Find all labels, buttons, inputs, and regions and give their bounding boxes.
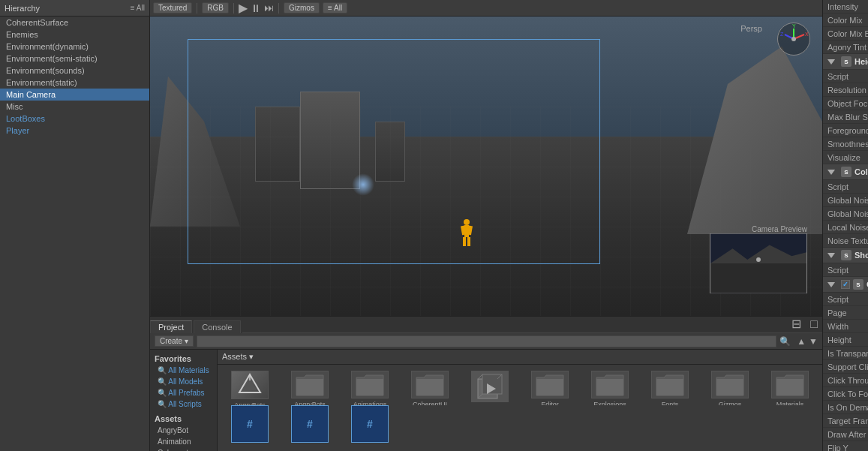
hierarchy-item-enemies[interactable]: Enemies (0, 29, 149, 41)
cui-clicktofocus-row: Click To Focus (823, 387, 868, 401)
sidebar-all-models[interactable]: 🔍 All Models (150, 376, 217, 387)
asset-cube-texture[interactable]: cube-textu... (464, 371, 516, 399)
asset-materials[interactable]: Materials (764, 371, 816, 399)
tab-project[interactable]: Project (150, 320, 192, 333)
inspector-row-agony-tint: Agony Tint 0 (823, 41, 868, 54)
cui-istransparent-row: Is Transparent (823, 347, 868, 360)
sidebar-coherent[interactable]: Coherent (150, 447, 217, 451)
project-sidebar: Favorites 🔍 All Materials 🔍 All Models 🔍… (150, 350, 218, 451)
sidebar-all-materials[interactable]: 🔍 All Materials (150, 365, 217, 376)
search-input[interactable] (197, 335, 776, 347)
asset-angrybots-logo[interactable]: AngryBots (224, 371, 276, 399)
colormix-label: Color Mix (827, 16, 868, 25)
asset-cs-1[interactable]: # (224, 405, 276, 445)
up-icon[interactable]: ▲ (797, 336, 806, 347)
search-icon-prefabs: 🔍 (158, 389, 167, 397)
hierarchy-item-env-dynamic[interactable]: Environment(dynamic) (0, 41, 149, 53)
cui-script-row: Script CoherentUIView (823, 293, 868, 306)
hierarchy-item-lootboxes[interactable]: LootBoxes (0, 113, 149, 125)
hierarchy-item-maincamera[interactable]: Main Camera (0, 89, 149, 101)
textured-button[interactable]: Textured (153, 2, 192, 14)
hierarchy-dropdown[interactable]: ≡ All (131, 4, 145, 12)
folder-icon-gizmos (711, 371, 749, 398)
scene-background: X Y Z Persp Camera Preview (150, 17, 822, 316)
pause-icon[interactable]: ⏸ (251, 2, 261, 14)
sidebar-all-prefabs[interactable]: 🔍 All Prefabs (150, 387, 217, 398)
cui-height-row: Height 720 (823, 333, 868, 347)
cui-height-label: Height (827, 335, 868, 344)
inspector-row-intensity: Intensity 0.5 (823, 0, 868, 14)
asset-coherentui[interactable]: CoherentUI (404, 371, 456, 399)
asset-explosions[interactable]: Explosions (584, 371, 636, 399)
svg-text:X: X (805, 32, 809, 37)
hdof-objectfocus-row: Object Focus 🎯 Player (Transform) (823, 97, 868, 110)
asset-cs-3[interactable]: # (344, 405, 396, 445)
hdof-smoothness-row: Smoothness 3.25 (823, 137, 868, 151)
cui-clicktofocus-label: Click To Focus (827, 389, 868, 398)
hierarchy-item-misc[interactable]: Misc (0, 101, 149, 113)
cui-supportclick-row: Support Click Through (823, 360, 868, 374)
step-icon[interactable]: ⏭ (264, 2, 274, 14)
bottom-area: Project Console ⊟ □ Create ▾ 🔍 ▲ ▼ (150, 316, 822, 451)
inspector-row-colormix-blend: Color Mix Blend -0.4 (823, 27, 868, 41)
section-coherentuiview[interactable]: S Coherent UIView (Script) (823, 277, 868, 293)
viewport-3d[interactable]: X Y Z Persp Camera Preview (150, 17, 822, 316)
coherent-enable-checkbox[interactable] (841, 280, 850, 289)
gizmos-button[interactable]: Gizmos (284, 2, 320, 14)
cube-texture-icon (471, 371, 509, 402)
svg-text:Y: Y (792, 24, 796, 29)
cn-globaldark-row: Global Noise Amount On Da 0.01091343 (823, 207, 868, 221)
asset-angrybots-folder[interactable]: AngryBots (284, 371, 336, 399)
tab-console[interactable]: Console (194, 320, 240, 333)
cn-noisetex-label: Noise Texture (827, 236, 868, 245)
rgb-button[interactable]: RGB (202, 2, 229, 14)
hdof-maxblur-row: Max Blur Spread 1.75 (823, 110, 868, 124)
minimize-icon[interactable]: ⊟ (787, 317, 806, 333)
svg-rect-6 (467, 237, 470, 246)
all-button[interactable]: ≡ All (323, 2, 347, 14)
svg-point-10 (791, 37, 796, 41)
unity-logo-icon (231, 371, 269, 399)
play-icon[interactable]: ▶ (239, 1, 248, 15)
sidebar-animation[interactable]: Animation (150, 436, 217, 447)
colorednoise-fold-arrow (827, 170, 835, 175)
folder-icon-editor (531, 371, 569, 398)
cui-page-label: Page (827, 308, 868, 317)
inspector-panel: Intensity 0.5 Color Mix Color Mix Blend … (822, 0, 868, 451)
section-hdof[interactable]: S Height Depth Of Field (Script) (823, 54, 868, 70)
asset-gizmos[interactable]: Gizmos (704, 371, 756, 399)
maximize-icon[interactable]: □ (806, 317, 822, 333)
hdof-fgblur-row: Foreground Blur Extrude 1.25 (823, 124, 868, 137)
down-icon[interactable]: ▼ (809, 336, 818, 347)
asset-animations[interactable]: Animations (344, 371, 396, 399)
search-icon[interactable]: 🔍 (779, 336, 791, 347)
hdof-fgblur-label: Foreground Blur Extrude (827, 126, 868, 135)
cs-script-icon-1: # (231, 405, 269, 443)
section-colorednoise[interactable]: S Colored Noise (Script) (823, 164, 868, 180)
folder-icon-angrybots (291, 371, 329, 398)
create-button[interactable]: Create ▾ (155, 335, 194, 347)
coherent-fold-arrow (827, 282, 835, 287)
cui-drawafter-row: Draw After Post Effects (823, 428, 868, 441)
section-showfps[interactable]: S Show Fps (Script) (823, 248, 868, 263)
cn-globalamt-label: Global Noise Amount (827, 196, 868, 205)
hierarchy-item-coherentsurface[interactable]: CoherentSurface (0, 17, 149, 29)
asset-cs-2[interactable]: # (284, 405, 336, 445)
hierarchy-item-env-sounds[interactable]: Environment(sounds) (0, 65, 149, 77)
hierarchy-item-env-semistatic[interactable]: Environment(semi-static) (0, 53, 149, 65)
main-container: Hierarchy ≡ All CoherentSurface Enemies … (0, 0, 868, 451)
colorednoise-section-icon: S (841, 167, 851, 177)
sidebar-angrybot[interactable]: AngryBot (150, 425, 217, 436)
asset-editor[interactable]: Editor (524, 371, 576, 399)
hierarchy-item-env-static[interactable]: Environment(static) (0, 77, 149, 89)
inspector-row-colormix: Color Mix (823, 14, 868, 27)
hierarchy-item-player[interactable]: Player (0, 125, 149, 137)
hdof-smoothness-label: Smoothness (827, 140, 868, 149)
cn-globaldark-label: Global Noise Amount On Da (827, 209, 868, 218)
sidebar-all-scripts[interactable]: 🔍 All Scripts (150, 398, 217, 410)
svg-marker-19 (243, 379, 257, 390)
hdof-visualize-label: Visualize (827, 153, 868, 162)
cn-noisetex-row: Noise Texture ColoredNoise (823, 234, 868, 248)
gizmo-widget[interactable]: X Y Z (777, 23, 815, 60)
asset-fonts[interactable]: Fonts (644, 371, 696, 399)
